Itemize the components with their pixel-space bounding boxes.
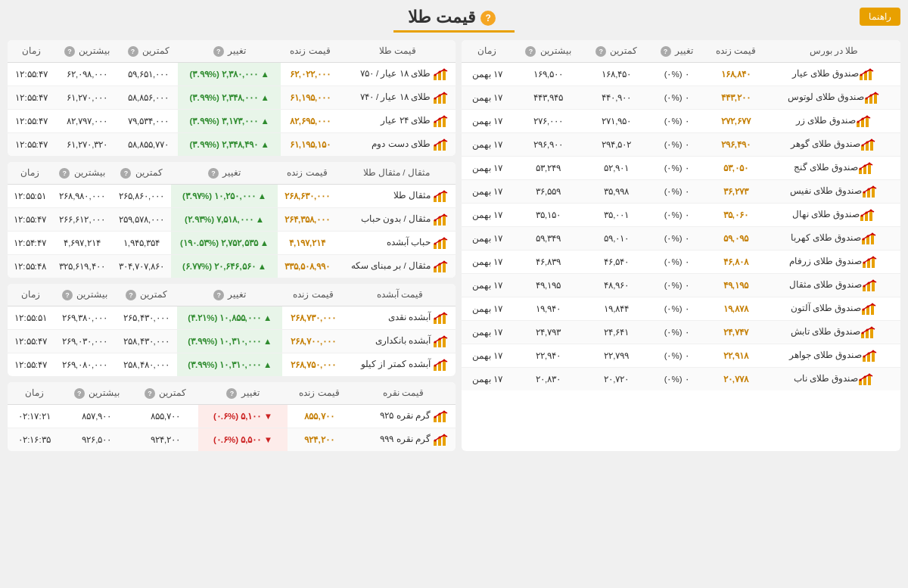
chart-icon[interactable] — [860, 138, 877, 151]
gold-change-help[interactable]: ? — [213, 46, 224, 57]
bourse-live-price: ۴۴۳,۲۰۰ — [704, 86, 768, 109]
chart-icon[interactable] — [433, 358, 449, 372]
bourse-time: ۱۷ بهمن — [462, 320, 513, 344]
chart-icon[interactable] — [858, 372, 875, 386]
col-mithqal-change: تغییر ? — [171, 162, 277, 184]
silver-high-help[interactable]: ? — [74, 388, 85, 399]
gold-low-help[interactable]: ? — [128, 46, 138, 57]
svg-point-63 — [862, 308, 864, 310]
abshode-low-help[interactable]: ? — [126, 290, 136, 300]
svg-rect-20 — [870, 140, 873, 151]
chart-icon[interactable] — [861, 232, 878, 245]
bourse-time: ۱۷ بهمن — [462, 344, 513, 367]
bourse-low: ۳۵,۹۹۸ — [583, 179, 649, 203]
bourse-change: ۰ (۰%) — [649, 109, 704, 132]
row-live-price: ۶۱,۱۹۵,۱۵۰ — [281, 132, 339, 156]
row-live-price: ۲۶۸,۷۰۰,۰۰۰ — [282, 329, 344, 353]
chart-icon[interactable] — [433, 91, 449, 104]
svg-point-51 — [863, 261, 866, 263]
bourse-live-price: ۱۶۸,۸۴۰ — [704, 62, 768, 86]
chart-icon[interactable] — [859, 67, 875, 81]
bourse-change: ۰ (۰%) — [649, 203, 704, 226]
row-change: ▲ ۷,۵۱۸,۰۰۰ (۲.۹۳%) — [171, 207, 277, 231]
low-help-icon[interactable]: ? — [595, 46, 606, 57]
col-mithqal-name: مثقال / مثقال طلا — [337, 162, 456, 184]
svg-point-59 — [872, 279, 875, 282]
row-low: ۵۸,۸۵۵,۷۷۰ — [119, 132, 178, 156]
col-silver-name: قیمت نقره — [352, 382, 456, 404]
bourse-table-row: صندوق طلای جواهر ۲۲,۹۱۸ ۰ (۰%) ۲۲,۷۹۹ ۲۲… — [462, 344, 900, 367]
svg-rect-50 — [872, 257, 875, 268]
chart-icon[interactable] — [433, 67, 449, 81]
bourse-time: ۱۷ بهمن — [462, 226, 513, 250]
mithqal-change-help[interactable]: ? — [208, 168, 219, 179]
gold-high-help[interactable]: ? — [64, 46, 75, 57]
chart-icon[interactable] — [433, 260, 449, 273]
svg-rect-56 — [872, 281, 875, 291]
mithqal-high-help[interactable]: ? — [59, 168, 70, 179]
gold-price-table: قیمت طلا قیمت زنده تغییر ? کمترین ? بیشت… — [8, 40, 456, 156]
svg-point-23 — [871, 138, 873, 141]
silver-table: قیمت نقره قیمت زنده تغییر ? کمترین ? بیش… — [8, 382, 456, 451]
chart-icon[interactable] — [860, 325, 877, 339]
row-change: ▲ ۳,۱۷۳,۰۰۰ (۳.۹۹%) — [178, 109, 281, 132]
abshode-change-help[interactable]: ? — [213, 290, 224, 300]
silver-low-help[interactable]: ? — [145, 388, 155, 399]
bourse-name: صندوق طلای عیار — [768, 62, 901, 86]
chart-icon[interactable] — [433, 334, 449, 348]
chart-icon[interactable] — [858, 161, 875, 175]
change-help-icon[interactable]: ? — [661, 46, 671, 57]
mithqal-low-help[interactable]: ? — [120, 168, 131, 179]
table-row: طلای ۱۸ عیار / ۷۴۰ ۶۱,۱۹۵,۰۰۰ ▲ ۲,۳۴۸,۰۰… — [8, 86, 456, 109]
chart-icon[interactable] — [433, 138, 449, 151]
guide-button[interactable]: راهنما — [860, 8, 900, 26]
high-help-icon[interactable]: ? — [525, 46, 536, 57]
svg-point-75 — [863, 355, 866, 357]
row-high: ۴,۶۹۷,۲۱۴ — [52, 231, 112, 254]
chart-icon[interactable] — [862, 255, 878, 269]
chart-icon[interactable] — [433, 189, 449, 203]
silver-live-price: ۸۵۵,۷۰۰ — [288, 404, 352, 428]
bourse-high: ۲۹۶,۹۰۰ — [513, 132, 584, 156]
svg-point-87 — [434, 73, 437, 76]
mithqal-card: مثقال / مثقال طلا قیمت زنده تغییر ? کمتر… — [8, 162, 456, 278]
chart-icon[interactable] — [433, 236, 449, 250]
chart-icon[interactable] — [856, 114, 872, 128]
chart-icon[interactable] — [433, 311, 449, 325]
svg-point-52 — [868, 258, 870, 260]
chart-icon[interactable] — [861, 302, 878, 316]
bourse-high: ۳۶,۵۵۹ — [513, 179, 584, 203]
abshode-high-help[interactable]: ? — [62, 290, 73, 300]
svg-point-5 — [869, 68, 872, 70]
bourse-live-price: ۲۷۲,۶۷۷ — [704, 109, 768, 132]
help-icon[interactable]: ? — [480, 11, 496, 26]
row-live-price: ۲۶۸,۷۳۰,۰۰۰ — [282, 306, 344, 329]
chart-icon[interactable] — [862, 278, 878, 292]
bourse-high: ۲۲,۹۴۰ — [513, 344, 584, 367]
bourse-table-row: صندوق طلای آلتون ۱۹,۸۷۸ ۰ (۰%) ۱۹,۸۴۴ ۱۹… — [462, 297, 900, 320]
svg-point-141 — [434, 341, 437, 343]
chart-icon[interactable] — [860, 208, 876, 222]
svg-point-71 — [871, 326, 873, 328]
bourse-change: ۰ (۰%) — [649, 86, 704, 109]
chart-icon[interactable] — [862, 349, 878, 362]
svg-point-76 — [868, 352, 870, 354]
chart-icon[interactable] — [433, 433, 449, 446]
chart-icon[interactable] — [433, 114, 449, 128]
chart-icon[interactable] — [433, 213, 449, 226]
bourse-low: ۲۴,۶۴۱ — [583, 320, 649, 344]
svg-point-105 — [434, 144, 437, 146]
svg-point-100 — [439, 117, 441, 120]
bourse-table-row: صندوق طلای تابش ۲۴,۷۴۷ ۰ (۰%) ۲۴,۶۴۱ ۲۴,… — [462, 320, 900, 344]
svg-point-124 — [439, 239, 441, 241]
chart-icon[interactable] — [433, 409, 449, 423]
svg-point-64 — [866, 305, 869, 307]
bourse-high: ۲۷۶,۰۰۰ — [513, 109, 584, 132]
chart-icon[interactable] — [864, 91, 881, 104]
silver-change-help[interactable]: ? — [226, 388, 237, 399]
svg-rect-8 — [874, 93, 877, 104]
svg-point-113 — [443, 190, 446, 192]
col-bourse-low: کمترین ? — [583, 40, 649, 62]
chart-icon[interactable] — [862, 185, 878, 198]
bourse-time: ۱۷ بهمن — [462, 156, 513, 179]
